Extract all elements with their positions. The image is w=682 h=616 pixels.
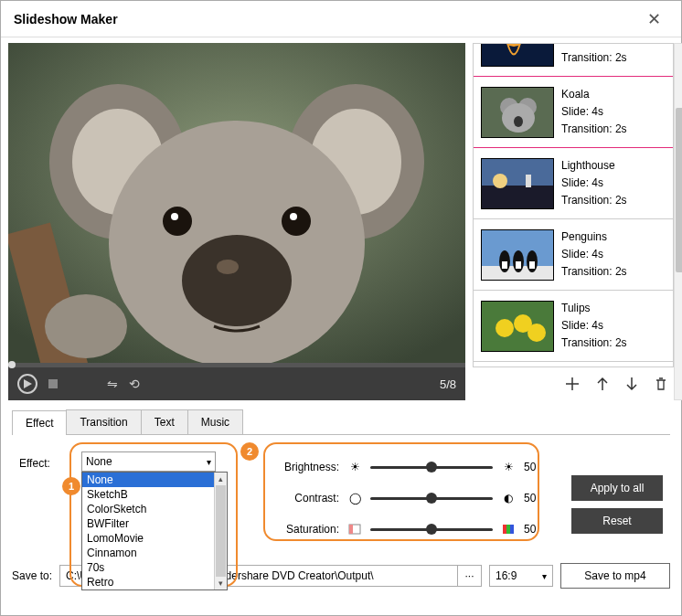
playback-controls: ⇋ ⟲ 5/8 xyxy=(8,367,465,400)
effect-option[interactable]: ColorSketch xyxy=(82,502,227,516)
saturation-value: 50 xyxy=(524,523,542,536)
slide-list: JellyfishSlide: 4sTransition: 2s KoalaSl… xyxy=(473,43,674,400)
annotation-badge-2: 2 xyxy=(240,442,259,461)
svg-point-12 xyxy=(282,207,311,236)
effect-option[interactable]: Cinnamon xyxy=(82,546,227,560)
rotate-icon[interactable]: ⟲ xyxy=(129,377,140,391)
slide-transition: Transition: 2s xyxy=(561,192,627,209)
slide-name: Lighthouse xyxy=(561,157,627,175)
slide-item[interactable]: JellyfishSlide: 4sTransition: 2s xyxy=(474,43,673,77)
tab-effect[interactable]: Effect xyxy=(12,410,67,435)
tab-text[interactable]: Text xyxy=(141,409,188,434)
saturation-label: Saturation: xyxy=(277,523,339,536)
effect-option[interactable]: SketchB xyxy=(82,487,227,502)
effect-option[interactable]: Retro xyxy=(82,575,227,589)
scrollbar[interactable] xyxy=(674,43,682,400)
slide-thumb xyxy=(481,301,554,352)
svg-rect-39 xyxy=(349,525,353,534)
svg-rect-24 xyxy=(526,175,531,187)
move-up-icon[interactable] xyxy=(595,376,610,392)
slide-transition: Transition: 2s xyxy=(561,335,627,352)
svg-point-35 xyxy=(496,319,514,337)
slide-item[interactable]: KoalaSlide: 4sTransition: 2s xyxy=(474,77,673,148)
svg-point-21 xyxy=(514,116,523,127)
slide-transition: Transition: 2s xyxy=(561,49,627,67)
contrast-row: Contrast: ◯ ◐ 50 xyxy=(277,483,542,514)
slide-thumb xyxy=(481,87,554,138)
tabs: Effect Transition Text Music xyxy=(12,409,670,435)
effect-option[interactable]: 70s xyxy=(82,560,227,575)
contrast-low-icon: ◯ xyxy=(346,492,363,504)
svg-rect-41 xyxy=(506,525,510,534)
svg-point-37 xyxy=(527,324,546,342)
slide-transition: Transition: 2s xyxy=(561,121,627,138)
slide-name: Tulips xyxy=(561,300,627,317)
stop-button[interactable] xyxy=(48,379,58,388)
aspect-value: 16:9 xyxy=(496,569,517,582)
close-icon[interactable]: ✕ xyxy=(640,5,668,33)
svg-point-8 xyxy=(182,235,292,326)
tab-music[interactable]: Music xyxy=(187,409,243,434)
svg-point-11 xyxy=(171,213,178,220)
svg-rect-33 xyxy=(529,261,535,269)
slide-duration: Slide: 4s xyxy=(561,246,627,263)
saturation-high-icon xyxy=(500,524,517,535)
window-title: Slideshow Maker xyxy=(14,12,640,27)
effect-option[interactable]: LomoMovie xyxy=(82,531,227,546)
slide-duration: Slide: 4s xyxy=(561,103,627,121)
saturation-slider[interactable] xyxy=(370,528,493,531)
brightness-value: 50 xyxy=(524,461,542,473)
flip-horizontal-icon[interactable]: ⇋ xyxy=(107,377,118,391)
svg-rect-40 xyxy=(503,525,506,534)
svg-rect-15 xyxy=(482,43,553,67)
svg-rect-42 xyxy=(510,525,514,534)
progress-bar[interactable] xyxy=(8,363,465,367)
slide-scroll-area[interactable]: JellyfishSlide: 4sTransition: 2s KoalaSl… xyxy=(473,43,674,367)
svg-point-9 xyxy=(217,260,239,274)
reset-button[interactable]: Reset xyxy=(571,508,663,534)
slide-item[interactable]: TulipsSlide: 4sTransition: 2s xyxy=(474,291,673,362)
slide-counter: 5/8 xyxy=(440,377,456,391)
slide-thumb xyxy=(481,158,554,209)
slide-thumb xyxy=(481,229,554,281)
play-button[interactable] xyxy=(17,374,37,394)
annotation-badge-1: 1 xyxy=(62,477,80,495)
effect-label: Effect: xyxy=(19,451,72,545)
brightness-low-icon: ☀ xyxy=(346,461,363,473)
slide-transition: Transition: 2s xyxy=(561,263,627,281)
browse-icon[interactable]: ··· xyxy=(458,565,482,587)
slide-list-actions xyxy=(473,367,674,400)
delete-icon[interactable] xyxy=(654,376,668,392)
preview-column: ⇋ ⟲ 5/8 xyxy=(8,43,465,400)
effect-dropdown-list[interactable]: None SketchB ColorSketch BWFilter LomoMo… xyxy=(81,472,228,590)
contrast-value: 50 xyxy=(524,492,542,504)
effect-panel: Effect: None ▾ None SketchB ColorSketch … xyxy=(12,435,670,554)
slide-name: Penguins xyxy=(561,228,627,246)
svg-point-14 xyxy=(45,294,127,358)
apply-to-all-button[interactable]: Apply to all xyxy=(571,475,663,501)
tab-transition[interactable]: Transition xyxy=(66,409,141,434)
brightness-high-icon: ☀ xyxy=(500,461,517,473)
effect-option[interactable]: BWFilter xyxy=(82,516,227,531)
slide-duration: Slide: 4s xyxy=(561,43,627,49)
slide-item[interactable]: PenguinsSlide: 4sTransition: 2s xyxy=(474,219,673,291)
effect-select[interactable]: None ▾ xyxy=(81,451,216,472)
brightness-slider[interactable] xyxy=(370,466,493,469)
save-to-mp4-button[interactable]: Save to mp4 xyxy=(560,563,670,589)
effect-action-buttons: Apply to all Reset xyxy=(571,451,663,545)
svg-rect-22 xyxy=(482,158,553,186)
contrast-slider[interactable] xyxy=(370,497,493,500)
brightness-row: Brightness: ☀ ☀ 50 xyxy=(277,451,542,483)
slide-item[interactable]: LighthouseSlide: 4sTransition: 2s xyxy=(474,148,673,219)
titlebar: Slideshow Maker ✕ xyxy=(1,1,681,37)
effect-option[interactable]: None xyxy=(82,473,227,487)
slide-thumb xyxy=(481,43,554,67)
contrast-label: Contrast: xyxy=(277,492,339,504)
svg-point-13 xyxy=(290,213,297,220)
move-down-icon[interactable] xyxy=(624,376,639,392)
dropdown-scrollbar[interactable]: ▴▾ xyxy=(214,473,227,589)
add-icon[interactable] xyxy=(564,376,581,392)
aspect-ratio-select[interactable]: 16:9 ▾ xyxy=(489,565,553,587)
saturation-row: Saturation: 50 xyxy=(277,514,542,545)
saturation-low-icon xyxy=(346,524,363,535)
